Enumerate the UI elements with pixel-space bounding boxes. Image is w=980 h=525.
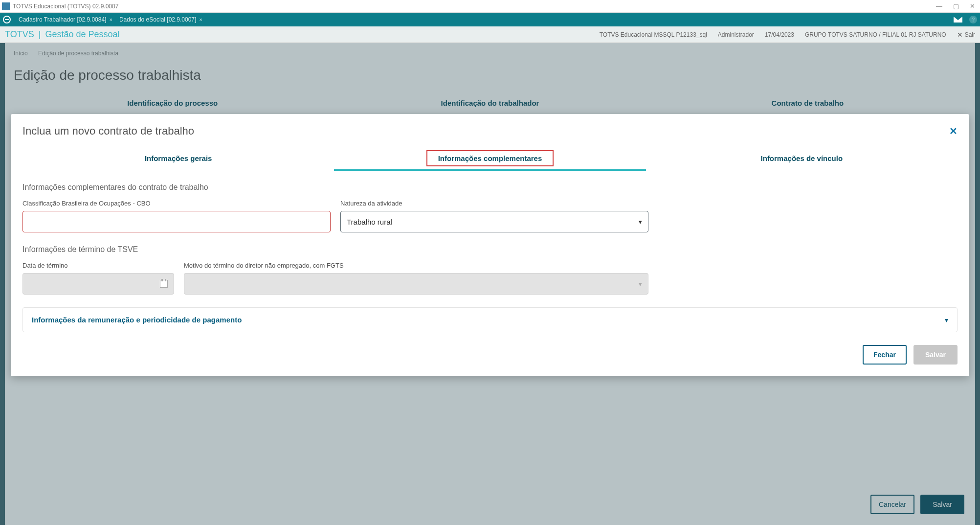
cbo-input[interactable] (22, 211, 331, 232)
brand-header: TOTVS | Gestão de Pessoal TOTVS Educacio… (0, 26, 980, 43)
app-logo-icon (2, 2, 10, 10)
minimize-icon[interactable]: — (936, 2, 942, 10)
accordion-remuneracao[interactable]: Informações da remuneração e periodicida… (22, 307, 958, 332)
app-tab-label: Dados do eSocial [02.9.0007] (119, 16, 196, 23)
modal-tab-vinculo[interactable]: Informações de vínculo (646, 147, 958, 171)
help-icon[interactable]: ? (969, 16, 977, 23)
modal-tab-gerais[interactable]: Informações gerais (22, 147, 334, 171)
app-tabbar: Cadastro Trabalhador [02.9.0084] × Dados… (0, 13, 980, 26)
app-tab-esocial[interactable]: Dados do eSocial [02.9.0007] × (116, 14, 205, 25)
natureza-label: Natureza da atividade (340, 200, 648, 207)
accordion-title: Informações da remuneração e periodicida… (32, 316, 242, 324)
modal-close-icon[interactable]: ✕ (949, 125, 958, 137)
modal-title: Inclua um novo contrato de trabalho (22, 125, 194, 137)
header-org: GRUPO TOTVS SATURNO / FILIAL 01 RJ SATUR… (805, 31, 946, 38)
section-heading-1: Informações complementares do contrato d… (22, 183, 958, 192)
modal-tab-label: Informações complementares (438, 154, 542, 162)
natureza-select-value: Trabalho rural (347, 218, 392, 226)
chevron-down-icon: ▾ (639, 280, 642, 288)
back-circle-icon[interactable] (3, 16, 11, 23)
maximize-icon[interactable]: ▢ (953, 2, 959, 10)
exit-label: Sair (965, 31, 975, 38)
header-date: 17/04/2023 (765, 31, 794, 38)
modal-save-button[interactable]: Salvar (913, 345, 958, 365)
window-titlebar: TOTVS Educacional (TOTVS) 02.9.0007 — ▢ … (0, 0, 980, 13)
calendar-icon (160, 280, 168, 288)
close-tab-icon[interactable]: × (109, 17, 112, 23)
modal-close-button[interactable]: Fechar (863, 345, 907, 365)
exit-icon: ✕ (957, 31, 963, 39)
modal-tab-label: Informações gerais (145, 154, 212, 162)
header-user: Administrador (718, 31, 754, 38)
natureza-select[interactable]: Trabalho rural ▾ (340, 211, 648, 232)
modal-tabs: Informações gerais Informações complemen… (22, 147, 958, 171)
header-env: TOTVS Educacional MSSQL P12133_sql (600, 31, 707, 38)
modal-tab-complementares[interactable]: Informações complementares (334, 147, 646, 171)
brand-separator: | (39, 29, 41, 39)
modal-actions: Fechar Salvar (22, 345, 958, 365)
cbo-label: Classificação Brasileira de Ocupações - … (22, 200, 331, 207)
mail-icon[interactable] (954, 17, 962, 23)
brand-prefix: TOTVS (5, 29, 34, 39)
close-tab-icon[interactable]: × (199, 17, 202, 23)
section-heading-2: Informações de término de TSVE (22, 245, 958, 254)
modal-tab-label: Informações de vínculo (761, 154, 843, 162)
exit-link[interactable]: ✕ Sair (957, 31, 975, 39)
data-termino-input (22, 273, 174, 295)
motivo-label: Motivo do término do diretor não emprega… (184, 262, 648, 269)
window-title: TOTVS Educacional (TOTVS) 02.9.0007 (13, 3, 936, 10)
close-window-icon[interactable]: ✕ (970, 2, 975, 10)
modal-save-button-label: Salvar (925, 351, 946, 359)
app-tab-label: Cadastro Trabalhador [02.9.0084] (19, 16, 106, 23)
motivo-select: ▾ (184, 273, 648, 295)
modal-contrato: Inclua um novo contrato de trabalho ✕ In… (11, 114, 969, 376)
main-area: Início Edição de processo trabalhista Ed… (0, 43, 980, 525)
chevron-down-icon: ▾ (945, 316, 948, 324)
data-termino-label: Data de término (22, 262, 174, 269)
chevron-down-icon: ▾ (639, 218, 642, 226)
brand-suffix: Gestão de Pessoal (45, 29, 119, 39)
modal-close-button-label: Fechar (873, 351, 896, 359)
app-tab-cadastro[interactable]: Cadastro Trabalhador [02.9.0084] × (16, 14, 115, 25)
